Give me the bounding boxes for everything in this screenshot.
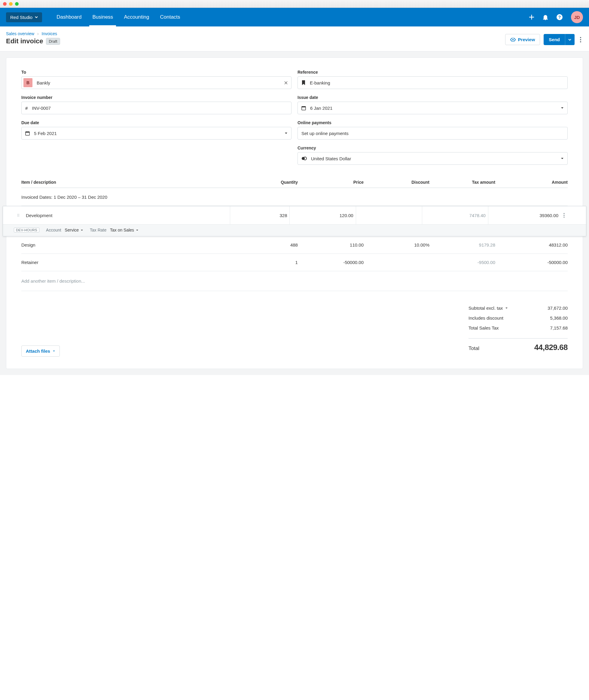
line-item-price: -50000.00	[298, 260, 364, 265]
content-area: To B Bankly Reference E-banking	[0, 51, 589, 375]
chevron-down-icon	[568, 39, 571, 40]
svg-point-5	[580, 41, 581, 42]
svg-point-4	[580, 39, 581, 40]
svg-point-13	[19, 214, 19, 215]
nav-business[interactable]: Business	[87, 8, 119, 26]
line-item-discount: 10.00%	[364, 242, 429, 248]
field-label-online-payments: Online payments	[298, 120, 568, 125]
invoiced-dates: Invoiced Dates: 1 Dec 2020 – 31 Dec 2020	[21, 188, 568, 206]
total-value: 44,829.68	[534, 343, 568, 352]
attach-files-label: Attach files	[26, 348, 50, 354]
issue-date-input[interactable]: 6 Jan 2021	[298, 102, 568, 114]
bell-icon[interactable]	[543, 14, 548, 20]
line-item-qty: 1	[239, 260, 298, 265]
line-item-menu-button[interactable]	[561, 206, 567, 224]
invoice-card: To B Bankly Reference E-banking	[6, 57, 583, 369]
svg-point-17	[19, 216, 19, 217]
tax-value: 7,157.68	[550, 325, 568, 330]
col-discount: Discount	[364, 180, 429, 185]
plus-icon[interactable]	[529, 14, 534, 20]
help-icon[interactable]: ?	[557, 14, 563, 20]
line-item-active: Development 328 120.00 7478.40 39360.00	[21, 206, 568, 236]
send-label: Send	[549, 37, 560, 42]
chevron-down-icon	[561, 158, 564, 159]
svg-point-2	[512, 39, 513, 40]
line-item-row[interactable]: Design 488 110.00 10.00% 9179.28 48312.0…	[21, 236, 568, 254]
invoice-number-value: INV-0007	[32, 106, 287, 111]
subtotal-label[interactable]: Subtotal excl. tax	[468, 305, 508, 311]
field-reference: Reference E-banking	[298, 70, 568, 89]
line-item-tax: 9179.28	[429, 242, 495, 248]
issue-date-value: 6 Jan 2021	[310, 106, 557, 111]
online-payments-cta: Set up online payments	[302, 131, 564, 136]
nav-accounting[interactable]: Accounting	[119, 8, 155, 26]
chevron-down-icon	[53, 350, 55, 352]
line-item-price[interactable]: 120.00	[289, 206, 356, 224]
col-item: Item / description	[21, 180, 239, 185]
total-label: Total	[468, 345, 479, 352]
line-items: Item / description Quantity Price Discou…	[21, 177, 568, 291]
page-menu-button[interactable]	[578, 35, 583, 44]
breadcrumb-invoices[interactable]: Invoices	[42, 31, 57, 36]
calendar-icon	[302, 106, 306, 110]
nav-dashboard[interactable]: Dashboard	[51, 8, 87, 26]
field-to: To B Bankly	[21, 70, 291, 89]
discount-value: 5,368.00	[550, 315, 568, 320]
field-label-invoice-number: Invoice number	[21, 95, 291, 100]
avatar[interactable]: JD	[571, 11, 583, 23]
add-line-item[interactable]: Add another item / description...	[21, 271, 568, 291]
to-value: Bankly	[37, 80, 280, 86]
chevron-right-icon: ›	[37, 31, 39, 36]
drag-handle-icon[interactable]	[15, 206, 22, 224]
col-amount: Amount	[495, 180, 568, 185]
line-item-row[interactable]: Retainer 1 -50000.00 -9500.00 -50000.00	[21, 254, 568, 271]
line-item-amount: -50000.00	[495, 260, 568, 265]
clear-to-button[interactable]	[284, 81, 287, 85]
line-item-discount[interactable]	[356, 206, 422, 224]
chevron-down-icon	[35, 16, 38, 18]
field-label-to: To	[21, 70, 291, 75]
svg-rect-7	[302, 107, 306, 107]
nav-contacts[interactable]: Contacts	[155, 8, 186, 26]
bookmark-icon	[302, 80, 306, 85]
attach-files-button[interactable]: Attach files	[21, 345, 60, 357]
line-item-description[interactable]: Development	[22, 206, 230, 224]
taxrate-select[interactable]: Tax on Sales	[110, 228, 139, 233]
due-date-input[interactable]: 5 Feb 2021	[21, 127, 291, 140]
send-more-button[interactable]	[565, 34, 575, 45]
breadcrumb-sales-overview[interactable]: Sales overview	[6, 31, 34, 36]
chevron-down-icon	[284, 132, 287, 134]
currency-input[interactable]: United States Dollar	[298, 152, 568, 165]
discount-label: Includes discount	[468, 315, 504, 320]
online-payments-input[interactable]: Set up online payments	[298, 127, 568, 140]
window-chrome	[0, 0, 589, 8]
line-item-amount: 39360.00	[488, 206, 561, 224]
line-item-description: Retainer	[21, 260, 239, 265]
svg-text:?: ?	[558, 15, 561, 19]
item-code-chip[interactable]: DEV-HOURS	[14, 228, 39, 233]
svg-point-18	[564, 213, 564, 214]
maximize-window-button[interactable]	[15, 2, 19, 6]
invoice-number-input[interactable]: # INV-0007	[21, 102, 291, 114]
minimize-window-button[interactable]	[9, 2, 13, 6]
reference-input[interactable]: E-banking	[298, 77, 568, 89]
chevron-down-icon	[80, 230, 83, 231]
page-title: Edit invoice	[6, 37, 43, 45]
field-due-date: Due date 5 Feb 2021	[21, 120, 291, 140]
line-item-qty[interactable]: 328	[230, 206, 289, 224]
send-button[interactable]: Send	[544, 34, 565, 45]
to-input[interactable]: B Bankly	[21, 77, 291, 89]
app-bar: Red Studio Dashboard Business Accounting…	[0, 8, 589, 26]
subtotal-value: 37,672.00	[548, 305, 568, 311]
close-window-button[interactable]	[3, 2, 7, 6]
chevron-down-icon	[505, 307, 508, 309]
line-item-tax: -9500.00	[429, 260, 495, 265]
preview-button[interactable]: Preview	[505, 34, 540, 45]
svg-point-19	[564, 215, 564, 216]
add-line-item-placeholder: Add another item / description...	[21, 278, 239, 284]
line-item-qty: 488	[239, 242, 298, 248]
account-select[interactable]: Service	[65, 228, 83, 233]
org-switcher[interactable]: Red Studio	[6, 12, 42, 22]
col-tax: Tax amount	[429, 180, 495, 185]
tax-label: Total Sales Tax	[468, 325, 499, 330]
